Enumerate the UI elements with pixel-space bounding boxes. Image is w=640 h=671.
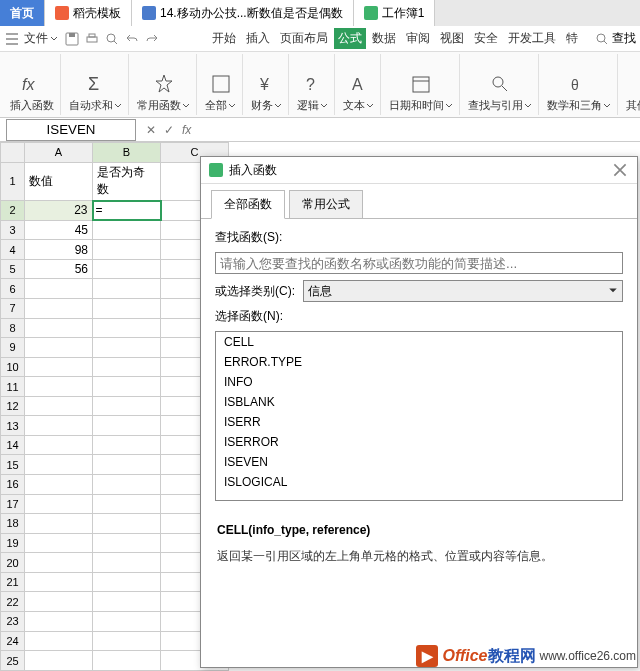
cell[interactable] [25,651,93,671]
select-all-corner[interactable] [1,143,25,163]
fn-item[interactable]: ISBLANK [216,392,622,412]
cell[interactable] [25,318,93,338]
tab-page-layout[interactable]: 页面布局 [276,28,332,49]
cell[interactable] [93,592,161,612]
cell[interactable] [25,611,93,631]
cell[interactable] [93,416,161,436]
row-header[interactable]: 5 [1,259,25,279]
row-header[interactable]: 1 [1,162,25,201]
row-header[interactable]: 24 [1,631,25,651]
cell[interactable] [25,396,93,416]
grid[interactable]: A B C 1数值是否为奇数 223= 345 498 556 6 7 8 9 … [0,142,229,671]
row-header[interactable]: 17 [1,494,25,514]
cell[interactable] [93,611,161,631]
row-header[interactable]: 21 [1,572,25,592]
search-function-input[interactable] [215,252,623,274]
fn-item[interactable]: ISERROR [216,432,622,452]
name-box[interactable] [6,119,136,141]
fx-bar-icon[interactable]: fx [182,123,191,137]
row-header[interactable]: 6 [1,279,25,299]
cell[interactable] [93,259,161,279]
fn-item[interactable]: CELL [216,332,622,352]
tab-home[interactable]: 首页 [0,0,45,26]
cell[interactable] [93,651,161,671]
cell[interactable] [25,357,93,377]
save-icon[interactable] [64,31,80,47]
tab-security[interactable]: 安全 [470,28,502,49]
tab-insert[interactable]: 插入 [242,28,274,49]
cell[interactable] [93,377,161,397]
cell[interactable]: 56 [25,259,93,279]
cell[interactable] [93,533,161,553]
undo-icon[interactable] [124,31,140,47]
tab-formula[interactable]: 公式 [334,28,366,49]
print-icon[interactable] [84,31,100,47]
ribbon-datetime[interactable]: 日期和时间 [383,54,460,115]
row-header[interactable]: 2 [1,201,25,221]
row-header[interactable]: 18 [1,514,25,534]
ribbon-common-fn[interactable]: 常用函数 [131,54,197,115]
cell[interactable] [25,494,93,514]
cell[interactable] [25,435,93,455]
row-header[interactable]: 7 [1,298,25,318]
col-header-a[interactable]: A [25,143,93,163]
cell[interactable] [93,494,161,514]
category-select[interactable]: 信息 [303,280,623,302]
ribbon-finance[interactable]: ¥ 财务 [245,54,289,115]
col-header-b[interactable]: B [93,143,161,163]
cell[interactable] [25,533,93,553]
preview-icon[interactable] [104,31,120,47]
cell[interactable] [25,631,93,651]
ribbon-insert-function[interactable]: fx 插入函数 [4,54,61,115]
tab-document-w[interactable]: 14.移动办公技...断数值是否是偶数 [132,0,354,26]
tab-workbook-s[interactable]: 工作簿1 [354,0,436,26]
cell[interactable] [93,240,161,260]
row-header[interactable]: 10 [1,357,25,377]
fn-item[interactable]: ISERR [216,412,622,432]
dialog-titlebar[interactable]: 插入函数 [201,157,637,184]
row-header[interactable]: 15 [1,455,25,475]
ribbon-lookup[interactable]: 查找与引用 [462,54,539,115]
row-header[interactable]: 9 [1,338,25,358]
ribbon-logic[interactable]: ? 逻辑 [291,54,335,115]
cell[interactable] [93,298,161,318]
cell[interactable] [25,298,93,318]
cell[interactable] [25,475,93,495]
cell[interactable] [25,416,93,436]
cell[interactable] [25,279,93,299]
fn-item[interactable]: ISLOGICAL [216,472,622,492]
cell[interactable] [25,455,93,475]
row-header[interactable]: 12 [1,396,25,416]
active-cell[interactable]: = [93,201,161,221]
row-header[interactable]: 22 [1,592,25,612]
ribbon-all-fn[interactable]: 全部 [199,54,243,115]
confirm-icon[interactable]: ✓ [164,123,174,137]
ribbon-text[interactable]: A 文本 [337,54,381,115]
row-header[interactable]: 16 [1,475,25,495]
menu-icon[interactable] [4,31,20,47]
cell[interactable] [93,475,161,495]
redo-icon[interactable] [144,31,160,47]
tab-data[interactable]: 数据 [368,28,400,49]
tab-devtools[interactable]: 开发工具 [504,28,560,49]
cell[interactable] [93,514,161,534]
row-header[interactable]: 23 [1,611,25,631]
search-button[interactable]: 查找 [594,30,636,47]
cell[interactable] [25,377,93,397]
cell[interactable] [25,572,93,592]
cell[interactable] [25,338,93,358]
cell[interactable] [93,338,161,358]
cell[interactable]: 23 [25,201,93,221]
cell[interactable] [93,318,161,338]
tab-view[interactable]: 视图 [436,28,468,49]
cell[interactable] [93,455,161,475]
fn-item[interactable]: ISEVEN [216,452,622,472]
cell[interactable] [93,631,161,651]
cell[interactable]: 数值 [25,162,93,201]
ribbon-autosum[interactable]: Σ 自动求和 [63,54,129,115]
cell[interactable] [93,553,161,573]
cell[interactable] [93,435,161,455]
cell[interactable] [93,396,161,416]
file-menu[interactable]: 文件 [24,30,58,47]
row-header[interactable]: 20 [1,553,25,573]
